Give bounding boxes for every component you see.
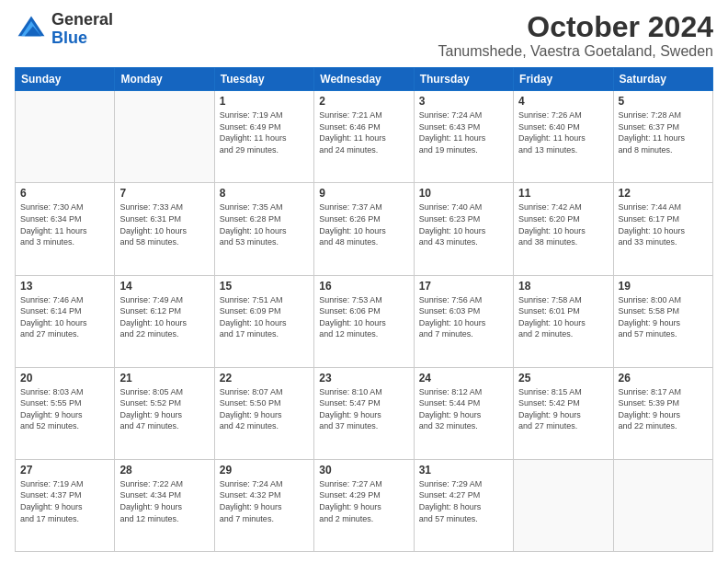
day-number: 12 bbox=[619, 187, 708, 200]
calendar-week-row: 6Sunrise: 7:30 AM Sunset: 6:34 PM Daylig… bbox=[16, 183, 713, 275]
day-detail: Sunrise: 8:17 AM Sunset: 5:39 PM Dayligh… bbox=[619, 386, 708, 432]
calendar-weekday-header: Saturday bbox=[613, 68, 712, 91]
calendar-week-row: 1Sunrise: 7:19 AM Sunset: 6:49 PM Daylig… bbox=[16, 91, 713, 183]
calendar-day-cell: 23Sunrise: 8:10 AM Sunset: 5:47 PM Dayli… bbox=[314, 367, 414, 459]
day-detail: Sunrise: 8:12 AM Sunset: 5:44 PM Dayligh… bbox=[419, 386, 508, 432]
day-number: 29 bbox=[220, 464, 309, 477]
calendar-day-cell: 26Sunrise: 8:17 AM Sunset: 5:39 PM Dayli… bbox=[613, 367, 712, 459]
calendar-day-cell bbox=[613, 459, 712, 551]
header: General Blue October 2024 Tanumshede, Va… bbox=[15, 11, 713, 60]
day-number: 28 bbox=[119, 464, 209, 477]
day-detail: Sunrise: 8:05 AM Sunset: 5:52 PM Dayligh… bbox=[119, 386, 209, 432]
calendar-week-row: 27Sunrise: 7:19 AM Sunset: 4:37 PM Dayli… bbox=[16, 459, 713, 551]
calendar-header-row: SundayMondayTuesdayWednesdayThursdayFrid… bbox=[16, 68, 713, 91]
calendar-day-cell: 16Sunrise: 7:53 AM Sunset: 6:06 PM Dayli… bbox=[314, 275, 414, 367]
day-detail: Sunrise: 7:40 AM Sunset: 6:23 PM Dayligh… bbox=[419, 201, 508, 247]
calendar-day-cell: 6Sunrise: 7:30 AM Sunset: 6:34 PM Daylig… bbox=[16, 183, 115, 275]
calendar-weekday-header: Thursday bbox=[414, 68, 513, 91]
day-number: 22 bbox=[220, 372, 309, 385]
day-detail: Sunrise: 7:56 AM Sunset: 6:03 PM Dayligh… bbox=[419, 294, 508, 340]
calendar-day-cell: 11Sunrise: 7:42 AM Sunset: 6:20 PM Dayli… bbox=[514, 183, 613, 275]
day-number: 17 bbox=[419, 280, 508, 293]
day-detail: Sunrise: 7:22 AM Sunset: 4:34 PM Dayligh… bbox=[119, 478, 209, 524]
calendar-day-cell bbox=[514, 459, 613, 551]
day-detail: Sunrise: 7:44 AM Sunset: 6:17 PM Dayligh… bbox=[619, 201, 708, 247]
day-detail: Sunrise: 7:29 AM Sunset: 4:27 PM Dayligh… bbox=[419, 478, 508, 524]
calendar-week-row: 20Sunrise: 8:03 AM Sunset: 5:55 PM Dayli… bbox=[16, 367, 713, 459]
day-detail: Sunrise: 7:30 AM Sunset: 6:34 PM Dayligh… bbox=[20, 201, 109, 247]
day-detail: Sunrise: 8:03 AM Sunset: 5:55 PM Dayligh… bbox=[20, 386, 109, 432]
day-detail: Sunrise: 7:24 AM Sunset: 6:43 PM Dayligh… bbox=[419, 109, 508, 155]
page: General Blue October 2024 Tanumshede, Va… bbox=[0, 0, 728, 563]
calendar-day-cell: 9Sunrise: 7:37 AM Sunset: 6:26 PM Daylig… bbox=[314, 183, 414, 275]
day-number: 16 bbox=[319, 280, 408, 293]
calendar-day-cell: 8Sunrise: 7:35 AM Sunset: 6:28 PM Daylig… bbox=[214, 183, 313, 275]
calendar-day-cell bbox=[16, 91, 115, 183]
calendar-day-cell: 21Sunrise: 8:05 AM Sunset: 5:52 PM Dayli… bbox=[115, 367, 214, 459]
calendar-weekday-header: Sunday bbox=[16, 68, 115, 91]
day-detail: Sunrise: 7:42 AM Sunset: 6:20 PM Dayligh… bbox=[518, 201, 608, 247]
calendar-weekday-header: Friday bbox=[514, 68, 613, 91]
day-detail: Sunrise: 7:35 AM Sunset: 6:28 PM Dayligh… bbox=[220, 201, 309, 247]
day-detail: Sunrise: 7:49 AM Sunset: 6:12 PM Dayligh… bbox=[119, 294, 209, 340]
day-number: 14 bbox=[119, 280, 209, 293]
day-detail: Sunrise: 7:19 AM Sunset: 6:49 PM Dayligh… bbox=[220, 109, 309, 155]
calendar-day-cell: 17Sunrise: 7:56 AM Sunset: 6:03 PM Dayli… bbox=[414, 275, 513, 367]
calendar-table: SundayMondayTuesdayWednesdayThursdayFrid… bbox=[15, 67, 713, 552]
calendar-day-cell: 2Sunrise: 7:21 AM Sunset: 6:46 PM Daylig… bbox=[314, 91, 414, 183]
calendar-day-cell: 30Sunrise: 7:27 AM Sunset: 4:29 PM Dayli… bbox=[314, 459, 414, 551]
day-number: 1 bbox=[220, 95, 309, 108]
day-number: 24 bbox=[419, 372, 508, 385]
calendar-day-cell: 24Sunrise: 8:12 AM Sunset: 5:44 PM Dayli… bbox=[414, 367, 513, 459]
day-number: 15 bbox=[220, 280, 309, 293]
day-number: 27 bbox=[20, 464, 109, 477]
main-title: October 2024 bbox=[438, 11, 713, 43]
calendar-day-cell: 20Sunrise: 8:03 AM Sunset: 5:55 PM Dayli… bbox=[16, 367, 115, 459]
day-number: 13 bbox=[20, 280, 109, 293]
calendar-day-cell: 5Sunrise: 7:28 AM Sunset: 6:37 PM Daylig… bbox=[613, 91, 712, 183]
day-number: 6 bbox=[20, 187, 109, 200]
day-number: 20 bbox=[20, 372, 109, 385]
calendar-weekday-header: Wednesday bbox=[314, 68, 414, 91]
day-detail: Sunrise: 7:46 AM Sunset: 6:14 PM Dayligh… bbox=[20, 294, 109, 340]
day-detail: Sunrise: 7:58 AM Sunset: 6:01 PM Dayligh… bbox=[518, 294, 608, 340]
day-detail: Sunrise: 7:28 AM Sunset: 6:37 PM Dayligh… bbox=[619, 109, 708, 155]
calendar-day-cell: 19Sunrise: 8:00 AM Sunset: 5:58 PM Dayli… bbox=[613, 275, 712, 367]
calendar-day-cell: 31Sunrise: 7:29 AM Sunset: 4:27 PM Dayli… bbox=[414, 459, 513, 551]
logo-text: General Blue bbox=[51, 11, 113, 48]
day-number: 4 bbox=[518, 95, 608, 108]
calendar-day-cell: 7Sunrise: 7:33 AM Sunset: 6:31 PM Daylig… bbox=[115, 183, 214, 275]
calendar-day-cell: 12Sunrise: 7:44 AM Sunset: 6:17 PM Dayli… bbox=[613, 183, 712, 275]
day-number: 25 bbox=[518, 372, 608, 385]
day-detail: Sunrise: 7:37 AM Sunset: 6:26 PM Dayligh… bbox=[319, 201, 408, 247]
day-detail: Sunrise: 7:19 AM Sunset: 4:37 PM Dayligh… bbox=[20, 478, 109, 524]
day-number: 26 bbox=[619, 372, 708, 385]
subtitle: Tanumshede, Vaestra Goetaland, Sweden bbox=[438, 43, 713, 60]
calendar-day-cell: 18Sunrise: 7:58 AM Sunset: 6:01 PM Dayli… bbox=[514, 275, 613, 367]
day-detail: Sunrise: 8:07 AM Sunset: 5:50 PM Dayligh… bbox=[220, 386, 309, 432]
calendar-day-cell: 22Sunrise: 8:07 AM Sunset: 5:50 PM Dayli… bbox=[214, 367, 313, 459]
day-number: 10 bbox=[419, 187, 508, 200]
calendar-weekday-header: Monday bbox=[115, 68, 214, 91]
day-detail: Sunrise: 7:24 AM Sunset: 4:32 PM Dayligh… bbox=[220, 478, 309, 524]
day-number: 11 bbox=[518, 187, 608, 200]
day-number: 23 bbox=[319, 372, 408, 385]
day-detail: Sunrise: 7:26 AM Sunset: 6:40 PM Dayligh… bbox=[518, 109, 608, 155]
calendar-day-cell: 4Sunrise: 7:26 AM Sunset: 6:40 PM Daylig… bbox=[514, 91, 613, 183]
day-number: 30 bbox=[319, 464, 408, 477]
calendar-day-cell: 1Sunrise: 7:19 AM Sunset: 6:49 PM Daylig… bbox=[214, 91, 313, 183]
calendar-day-cell: 28Sunrise: 7:22 AM Sunset: 4:34 PM Dayli… bbox=[115, 459, 214, 551]
day-detail: Sunrise: 8:15 AM Sunset: 5:42 PM Dayligh… bbox=[518, 386, 608, 432]
day-detail: Sunrise: 7:53 AM Sunset: 6:06 PM Dayligh… bbox=[319, 294, 408, 340]
day-number: 21 bbox=[119, 372, 209, 385]
calendar-day-cell: 25Sunrise: 8:15 AM Sunset: 5:42 PM Dayli… bbox=[514, 367, 613, 459]
calendar-day-cell: 14Sunrise: 7:49 AM Sunset: 6:12 PM Dayli… bbox=[115, 275, 214, 367]
calendar-day-cell: 10Sunrise: 7:40 AM Sunset: 6:23 PM Dayli… bbox=[414, 183, 513, 275]
calendar-day-cell: 29Sunrise: 7:24 AM Sunset: 4:32 PM Dayli… bbox=[214, 459, 313, 551]
day-detail: Sunrise: 7:51 AM Sunset: 6:09 PM Dayligh… bbox=[220, 294, 309, 340]
calendar-day-cell: 15Sunrise: 7:51 AM Sunset: 6:09 PM Dayli… bbox=[214, 275, 313, 367]
day-number: 19 bbox=[619, 280, 708, 293]
day-detail: Sunrise: 8:10 AM Sunset: 5:47 PM Dayligh… bbox=[319, 386, 408, 432]
day-detail: Sunrise: 7:21 AM Sunset: 6:46 PM Dayligh… bbox=[319, 109, 408, 155]
calendar-weekday-header: Tuesday bbox=[214, 68, 313, 91]
